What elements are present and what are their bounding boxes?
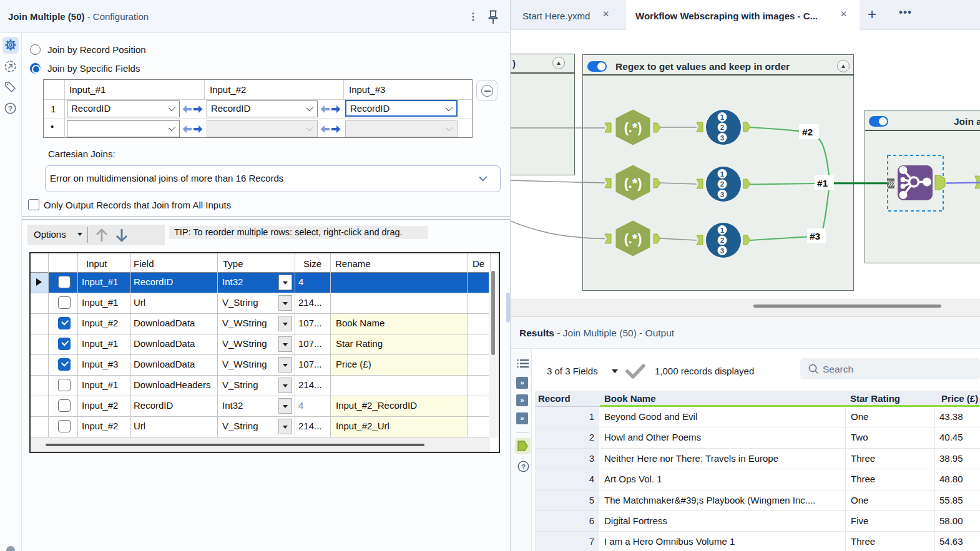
svg-text:#2: #2 [802,127,813,137]
svg-text:3: 3 [720,191,724,198]
svg-text:1: 1 [720,170,725,178]
svg-text:(.*): (.*) [624,120,642,135]
svg-text:2: 2 [720,236,724,244]
svg-text:(.*): (.*) [624,176,642,191]
svg-text:?: ? [521,463,526,471]
svg-text:?: ? [8,105,12,112]
svg-text:1: 1 [720,227,725,234]
svg-text:3: 3 [720,247,724,255]
svg-text:#1: #1 [817,178,828,188]
svg-text:2: 2 [720,124,724,131]
svg-text:1: 1 [720,114,725,121]
svg-text:(.*): (.*) [624,232,642,246]
svg-text:3: 3 [720,134,724,142]
svg-text:2: 2 [720,180,724,188]
svg-text:#3: #3 [810,231,821,241]
